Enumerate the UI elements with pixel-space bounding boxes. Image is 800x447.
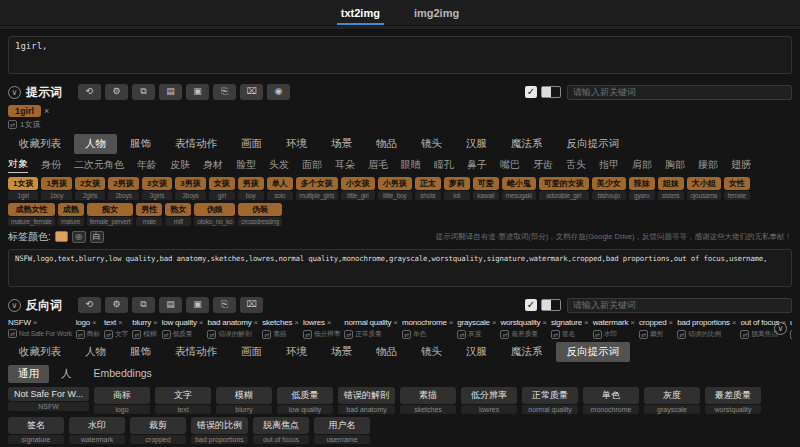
negative-chip-label[interactable]: NSFW xyxy=(8,318,31,327)
remove-tag-icon[interactable]: × xyxy=(732,318,737,327)
category-tab[interactable]: 物品 xyxy=(365,134,408,154)
tag-color-swatch[interactable] xyxy=(55,231,68,242)
remove-tag-icon[interactable]: × xyxy=(153,318,158,327)
negative-chip-label[interactable]: bad proportions xyxy=(677,318,730,327)
negative-tag-button[interactable]: 用户名 xyxy=(314,417,370,434)
remove-tag-icon[interactable]: × xyxy=(92,318,97,327)
subcategory-tab[interactable]: 牙齿 xyxy=(533,158,553,173)
category-tab[interactable]: 收藏列表 xyxy=(8,342,72,362)
tag-button[interactable]: 熟女 xyxy=(165,203,191,216)
negative-chip-label[interactable]: low quality xyxy=(162,318,197,327)
negative-tag-button[interactable]: Not Safe For W... xyxy=(8,387,89,401)
category-tab[interactable]: 画面 xyxy=(230,342,273,362)
negative-tag-button[interactable]: 正常质量 xyxy=(522,387,578,404)
subcategory-tab[interactable]: 皮肤 xyxy=(170,158,190,173)
negative-chip-label[interactable]: username xyxy=(790,318,792,327)
negative-subtab[interactable]: 通用 xyxy=(8,365,49,383)
negative-tag-button[interactable]: 低质量 xyxy=(277,387,333,404)
negative-chip-label[interactable]: text xyxy=(104,318,116,327)
tag-button[interactable]: 伪装 xyxy=(238,203,282,216)
negative-chip-label[interactable]: grayscale xyxy=(457,318,489,327)
subcategory-tab[interactable]: 身份 xyxy=(41,158,61,173)
negative-tag-button[interactable]: 模糊 xyxy=(216,387,272,404)
tag-button[interactable]: 女孩 xyxy=(209,177,235,190)
image-icon[interactable]: ▣ xyxy=(186,297,209,313)
negative-tag-button[interactable]: 错误的比例 xyxy=(191,417,248,434)
remove-tag-icon[interactable]: × xyxy=(393,318,398,327)
negative-tag-button[interactable]: 最差质量 xyxy=(705,387,761,404)
category-tab[interactable]: 收藏列表 xyxy=(8,134,72,154)
category-tab[interactable]: 反向提示词 xyxy=(556,134,631,154)
negative-tag-button[interactable]: 文字 xyxy=(155,387,211,404)
negative-tag-button[interactable]: 低分辨率 xyxy=(461,387,517,404)
color-picker-icon[interactable]: ◎ xyxy=(72,231,86,243)
subcategory-tab[interactable]: 二次元角色 xyxy=(74,158,124,173)
tag-button[interactable]: 伪娘 xyxy=(194,203,235,216)
category-tab[interactable]: 汉服 xyxy=(455,134,498,154)
auto-translate-checkbox[interactable]: ✓ xyxy=(525,299,537,311)
subcategory-tab[interactable]: 肩部 xyxy=(632,158,652,173)
remove-tag-icon[interactable]: × xyxy=(449,318,454,327)
negative-chip-label[interactable]: monochrome xyxy=(402,318,447,327)
auto-translate-checkbox[interactable]: ✓ xyxy=(525,86,537,98)
remove-tag-icon[interactable]: × xyxy=(327,318,332,327)
category-tab[interactable]: 表情动作 xyxy=(164,134,228,154)
tag-button[interactable]: 小女孩 xyxy=(341,177,375,190)
paste-icon[interactable]: ⎘ xyxy=(213,297,236,313)
category-tab[interactable]: 反向提示词 xyxy=(556,342,631,362)
remove-tag-icon[interactable]: × xyxy=(669,318,674,327)
undo-icon[interactable]: ⟲ xyxy=(78,297,101,313)
remove-tag-icon[interactable]: × xyxy=(294,318,299,327)
undo-icon[interactable]: ⟲ xyxy=(78,84,101,100)
negative-tag-button[interactable]: 灰度 xyxy=(644,387,700,404)
settings-icon[interactable]: ⚙ xyxy=(105,84,128,100)
subcategory-tab[interactable]: 面部 xyxy=(302,158,322,173)
subcategory-tab[interactable]: 眉毛 xyxy=(368,158,388,173)
settings-icon[interactable]: ⚙ xyxy=(105,297,128,313)
subcategory-tab[interactable]: 翅膀 xyxy=(731,158,751,173)
notebook-icon[interactable]: ▤ xyxy=(159,84,182,100)
negative-tag-button[interactable]: 素描 xyxy=(400,387,456,404)
negative-chip-label[interactable]: normal quality xyxy=(344,318,391,327)
prompt-textarea[interactable]: 1girl, xyxy=(8,36,792,74)
negative-subtab[interactable]: 人 xyxy=(51,365,82,383)
tag-button[interactable]: 3男孩 xyxy=(175,177,205,190)
subcategory-tab[interactable]: 舌头 xyxy=(566,158,586,173)
subcategory-tab[interactable]: 腰部 xyxy=(698,158,718,173)
subcategory-tab[interactable]: 嘴巴 xyxy=(500,158,520,173)
negative-tag-button[interactable]: 脱离焦点 xyxy=(253,417,309,434)
copy-icon[interactable]: ⧉ xyxy=(132,84,155,100)
category-tab[interactable]: 镜头 xyxy=(410,134,453,154)
category-tab[interactable]: 环境 xyxy=(275,134,318,154)
image-icon[interactable]: ▣ xyxy=(186,84,209,100)
paste-icon[interactable]: ⎘ xyxy=(213,84,236,100)
category-tab[interactable]: 人物 xyxy=(74,342,117,362)
remove-tag-icon[interactable]: × xyxy=(44,106,49,116)
category-tab[interactable]: 魔法系 xyxy=(500,134,554,154)
trash-icon[interactable]: ⌧ xyxy=(240,297,263,313)
remove-tag-icon[interactable]: × xyxy=(584,318,589,327)
subcategory-tab[interactable]: 瞳孔 xyxy=(434,158,454,173)
subcategory-tab[interactable]: 对象 xyxy=(8,157,28,173)
tag-button[interactable]: 成熟 xyxy=(58,203,84,216)
negative-chip-label[interactable]: blurry xyxy=(132,318,151,327)
notebook-icon[interactable]: ▤ xyxy=(159,297,182,313)
negative-tag-button[interactable]: 水印 xyxy=(69,417,125,434)
category-tab[interactable]: 汉服 xyxy=(455,342,498,362)
subcategory-tab[interactable]: 指甲 xyxy=(599,158,619,173)
tag-button[interactable]: 多个女孩 xyxy=(296,177,338,190)
remove-tag-icon[interactable]: × xyxy=(199,318,204,327)
category-tab[interactable]: 物品 xyxy=(365,342,408,362)
remove-tag-icon[interactable]: × xyxy=(542,318,547,327)
negative-chip-label[interactable]: watermark xyxy=(593,318,629,327)
tag-button[interactable]: 小男孩 xyxy=(378,177,412,190)
info-icon[interactable]: ◉ xyxy=(267,84,290,100)
remove-tag-icon[interactable]: × xyxy=(630,318,635,327)
tag-button[interactable]: 正太 xyxy=(415,177,441,190)
negative-chip-label[interactable]: worstquality xyxy=(500,318,540,327)
negative-tag-button[interactable]: 签名 xyxy=(8,417,64,434)
trash-icon[interactable]: ⌧ xyxy=(240,84,263,100)
category-tab[interactable]: 画面 xyxy=(230,134,273,154)
collapse-section-icon[interactable]: ∨ xyxy=(8,86,21,99)
tag-button[interactable]: 萝莉 xyxy=(444,177,470,190)
